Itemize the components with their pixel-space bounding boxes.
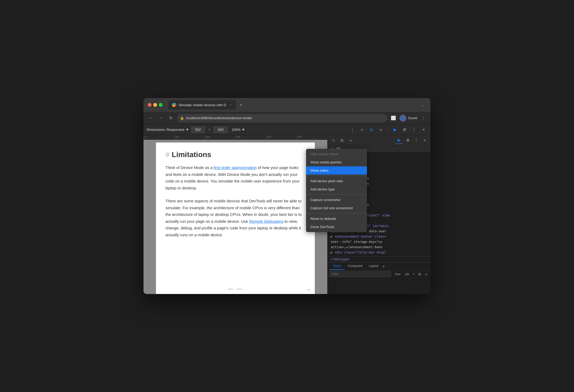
devtools-console-button[interactable]: ▶ <box>396 137 403 144</box>
ruler-mark <box>205 135 235 140</box>
ctx-add-device-type[interactable]: Add device type <box>306 185 367 193</box>
dimensions-label: Dimensions: Responsive <box>147 128 185 132</box>
height-input[interactable] <box>214 127 227 133</box>
nav-right-controls: ⬜ 👤 Guest ⋮ <box>389 114 427 122</box>
zoom-label: 100% <box>232 128 240 132</box>
styles-filter-input[interactable] <box>330 271 391 277</box>
profile-button[interactable]: 👤 Guest <box>400 115 417 122</box>
browser-window: Simulate mobile devices with D × + ⌄ ← →… <box>144 98 431 294</box>
dimensions-arrow: ▼ <box>186 128 189 132</box>
filter-icon1-button[interactable]: ⊞ <box>417 271 422 277</box>
url-text: localhost:8080/docs/devtools/device-mode… <box>186 116 252 120</box>
traffic-lights <box>148 103 163 107</box>
ctx-show-rulers[interactable]: Show rulers <box>306 166 367 175</box>
tab-computed[interactable]: Computed <box>345 262 366 270</box>
devtools-more-tabs-button[interactable]: » <box>347 137 355 144</box>
page-paragraph-2: There are some aspects of mobile devices… <box>165 198 305 238</box>
toolbar-more-options-button[interactable]: ⋮ <box>410 126 418 133</box>
ctx-hide-device-frame[interactable]: Hide device frame <box>306 150 367 158</box>
scroll-indicator: ― ― <box>228 286 243 292</box>
para1-link[interactable]: first-order approximation <box>214 165 257 170</box>
ctx-capture-full-screenshot[interactable]: Capture full size screenshot <box>306 204 367 212</box>
devtools-close-button[interactable]: × <box>421 137 428 144</box>
para2-link[interactable]: Remote Debugging <box>249 219 283 224</box>
doctype-line[interactable]: <!doctype> <box>328 256 431 262</box>
console-panel-button[interactable]: ▶ <box>391 126 399 133</box>
ctx-add-device-pixel-ratio[interactable]: Add device pixel ratio <box>306 177 367 185</box>
new-tab-button[interactable]: + <box>237 101 245 109</box>
forward-button[interactable]: → <box>157 114 165 122</box>
main-content: # Limitations Think of Device Mode as a … <box>144 135 431 294</box>
zoom-select[interactable]: 100% ▼ <box>232 128 245 132</box>
close-window-button[interactable] <box>148 103 151 107</box>
settings-button[interactable]: ⚙ <box>401 126 408 133</box>
avatar: 👤 <box>400 115 406 122</box>
heading-hash: # <box>165 150 170 159</box>
chrome-menu-button[interactable]: ⋮ <box>419 114 427 122</box>
doctype-text: <!doctype> <box>331 257 350 261</box>
horizontal-ruler <box>144 135 327 140</box>
heading-text: Limitations <box>172 150 211 159</box>
dom-line-item[interactable]: active>…</announcement-bann <box>328 244 431 250</box>
ruler-mark <box>266 135 297 140</box>
tab-styles[interactable]: Styles <box>330 262 345 270</box>
maximize-window-button[interactable] <box>159 103 163 107</box>
dom-line-item[interactable]: nner--info" storage-key="us <box>328 239 431 244</box>
filter-plus-button[interactable]: + <box>411 271 416 277</box>
ctx-show-media-queries[interactable]: Show media queries <box>306 158 367 166</box>
ruler-mark <box>235 135 266 140</box>
zoom-arrow: ▼ <box>242 128 245 132</box>
address-bar[interactable]: 🔒 localhost:8080/docs/devtools/device-mo… <box>177 114 387 122</box>
devtools-settings-button[interactable]: ⚙ <box>404 137 411 144</box>
para1-text: Think of Device Mode as a <box>165 165 214 170</box>
browser-area: # Limitations Think of Device Mode as a … <box>144 135 327 294</box>
chrome-icon <box>172 103 176 107</box>
page-content: # Limitations Think of Device Mode as a … <box>165 150 305 238</box>
ctx-reset-defaults[interactable]: Reset to defaults <box>306 215 367 223</box>
dom-line-item[interactable]: ▶ <announcement-banner class= <box>328 234 431 239</box>
dimensions-select[interactable]: Dimensions: Responsive ▼ <box>147 128 189 132</box>
profile-label: Guest <box>408 116 417 120</box>
ctx-divider-2 <box>306 194 367 195</box>
devtools-elements-button[interactable]: ⧉ <box>338 137 346 144</box>
dimension-separator: × <box>208 127 210 132</box>
lock-icon: 🔒 <box>180 116 184 120</box>
more-tabs-button[interactable]: » <box>377 126 385 133</box>
device-toolbar-more-button[interactable]: ⋮ <box>349 126 356 133</box>
filter-icon2-button[interactable]: ◁ <box>423 271 428 277</box>
devtools-more-button[interactable]: ⋮ <box>412 137 420 144</box>
ctx-capture-screenshot[interactable]: Capture screenshot <box>306 196 367 204</box>
ctx-divider-3 <box>306 213 367 213</box>
page-heading: # Limitations <box>165 150 305 159</box>
refresh-button[interactable]: ↻ <box>167 114 175 122</box>
styles-tabs: Styles Computed Layout » <box>328 262 431 270</box>
title-bar: Simulate mobile devices with D × + ⌄ <box>144 98 431 112</box>
device-toolbar: Dimensions: Responsive ▼ × 100% ▼ ⋮ ⊹ ⧉ … <box>144 124 431 135</box>
page-frame-wrapper: # Limitations Think of Device Mode as a … <box>144 140 327 294</box>
tab-layout[interactable]: Layout <box>366 262 382 270</box>
styles-more-tabs-button[interactable]: » <box>383 264 385 268</box>
cursor-icon-button[interactable]: ⊹ <box>358 126 366 133</box>
close-devtools-button[interactable]: × <box>420 126 427 133</box>
dom-line-item[interactable]: ▶ <div class="title-bar displ <box>328 250 431 255</box>
page-frame: # Limitations Think of Device Mode as a … <box>156 142 315 294</box>
width-input[interactable] <box>191 127 205 133</box>
minimize-window-button[interactable] <box>153 103 157 107</box>
close-tab-button[interactable]: × <box>228 103 232 107</box>
responsive-icon-button[interactable]: ⧉ <box>368 126 375 133</box>
devtools-toggle-button[interactable]: ⬜ <box>389 114 397 122</box>
browser-tab[interactable]: Simulate mobile devices with D × <box>168 100 236 110</box>
filter-cls-button[interactable]: .cls <box>403 271 410 277</box>
tab-bar: Simulate mobile devices with D × + <box>168 100 416 110</box>
window-dropdown-button[interactable]: ⌄ <box>419 102 426 108</box>
nav-bar: ← → ↻ 🔒 localhost:8080/docs/devtools/dev… <box>144 112 431 124</box>
styles-filter-bar: :hov .cls + ⊞ ◁ <box>328 270 431 278</box>
devtools-cursor-button[interactable]: ⊹ <box>330 137 337 144</box>
ctx-close-devtools[interactable]: Close DevTools <box>306 223 367 231</box>
styles-filter-buttons: :hov .cls + ⊞ ◁ <box>393 271 428 277</box>
ruler-mark <box>144 135 174 140</box>
tab-title: Simulate mobile devices with D <box>178 103 226 107</box>
edit-icon[interactable]: ✏ <box>307 288 311 292</box>
back-button[interactable]: ← <box>147 114 155 122</box>
filter-hov-button[interactable]: :hov <box>393 271 402 277</box>
